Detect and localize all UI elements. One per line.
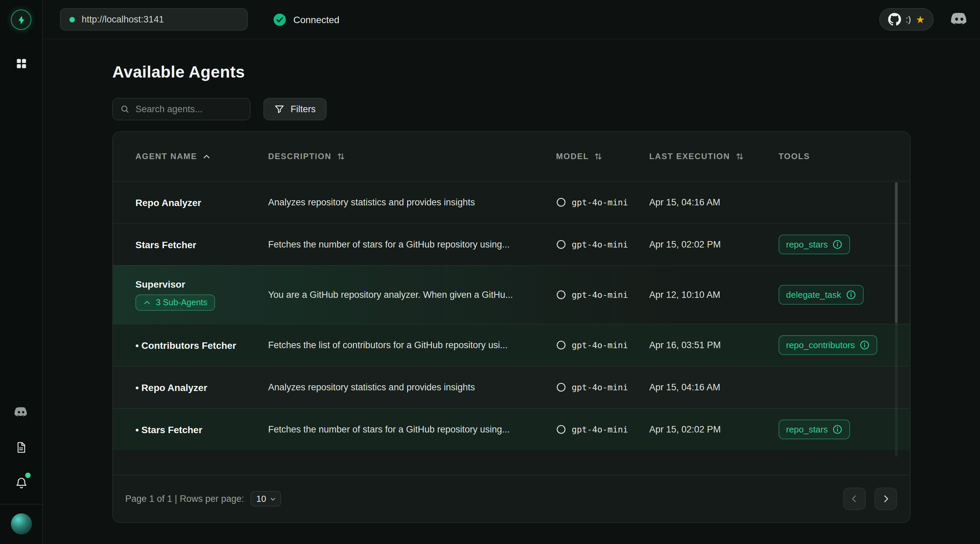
tool-badge[interactable]: delegate_task xyxy=(778,285,864,305)
sidebar xyxy=(0,0,43,544)
agent-description: Fetches the number of stars for a GitHub… xyxy=(268,424,556,435)
table-row[interactable]: Repo Analyzer Analyzes repository statis… xyxy=(113,181,910,223)
tools-cell: repo_stars xyxy=(778,420,894,439)
sub-agents-label: 3 Sub-Agents xyxy=(156,298,208,308)
sub-agents-toggle[interactable]: 3 Sub-Agents xyxy=(135,295,215,311)
agent-description: Fetches the list of contributors for a G… xyxy=(268,340,556,350)
sidebar-item-notifications[interactable] xyxy=(12,474,30,492)
pagination-summary-label: Page 1 of 1 | Rows per page: xyxy=(125,494,244,504)
column-label: LAST EXECUTION xyxy=(649,152,730,161)
info-icon xyxy=(833,239,843,249)
openai-icon xyxy=(556,340,566,350)
table-header: AGENT NAME DESCRIPTION MODEL LAST EXECUT… xyxy=(113,132,910,181)
sort-icon xyxy=(594,152,603,161)
openai-icon xyxy=(556,197,566,208)
agent-name: • Contributors Fetcher xyxy=(135,339,236,351)
discord-icon xyxy=(14,406,28,418)
pagination-summary: Page 1 of 1 | Rows per page: 10 xyxy=(125,491,281,507)
agent-name: • Repo Analyzer xyxy=(135,382,207,393)
tools-cell: delegate_task xyxy=(778,285,894,305)
topbar: http://localhost:3141 Connected :) ★ xyxy=(43,0,980,40)
agents-table: AGENT NAME DESCRIPTION MODEL LAST EXECUT… xyxy=(112,131,911,523)
model-name: gpt-4o-mini xyxy=(572,424,628,435)
scrollbar-thumb[interactable] xyxy=(895,182,898,323)
table-row[interactable]: • Contributors Fetcher Fetches the list … xyxy=(113,324,910,366)
file-icon xyxy=(15,441,27,454)
search-input[interactable] xyxy=(135,104,242,114)
last-execution: Apr 15, 02:02 PM xyxy=(649,424,778,435)
column-header-tools: TOOLS xyxy=(778,152,894,161)
column-header-agent-name[interactable]: AGENT NAME xyxy=(135,152,268,161)
model-cell: gpt-4o-mini xyxy=(556,290,649,300)
model-cell: gpt-4o-mini xyxy=(556,197,649,208)
filters-button-label: Filters xyxy=(291,104,316,114)
tool-name: repo_stars xyxy=(786,239,828,249)
chevron-left-icon xyxy=(850,494,859,504)
prev-page-button[interactable] xyxy=(843,488,865,510)
github-star-button[interactable]: :) ★ xyxy=(879,8,934,30)
model-name: gpt-4o-mini xyxy=(572,382,628,392)
openai-icon xyxy=(556,382,566,392)
table-row[interactable]: • Repo Analyzer Analyzes repository stat… xyxy=(113,366,910,408)
avatar[interactable] xyxy=(11,514,32,534)
agent-name-cell: • Repo Analyzer xyxy=(135,382,268,393)
model-cell: gpt-4o-mini xyxy=(556,239,649,249)
agent-description: Fetches the number of stars for a GitHub… xyxy=(268,239,556,249)
model-cell: gpt-4o-mini xyxy=(556,340,649,350)
sidebar-item-dashboard[interactable] xyxy=(12,54,30,72)
page-title: Available Agents xyxy=(112,63,980,82)
rows-per-page-select[interactable]: 10 xyxy=(250,491,281,507)
agent-name: Supervisor xyxy=(135,279,185,290)
sort-icon xyxy=(735,152,744,161)
main-area: http://localhost:3141 Connected :) ★ Ava… xyxy=(43,0,980,544)
sidebar-item-docs[interactable] xyxy=(12,439,30,456)
tool-badge[interactable]: repo_contributors xyxy=(778,335,877,355)
info-icon xyxy=(846,290,856,300)
column-header-description[interactable]: DESCRIPTION xyxy=(268,152,556,161)
pager xyxy=(843,488,897,510)
app-window: http://localhost:3141 Connected :) ★ Ava… xyxy=(0,0,980,544)
github-smile-label: :) xyxy=(906,14,911,24)
table-row[interactable]: • Stars Fetcher Fetches the number of st… xyxy=(113,408,910,450)
tool-badge[interactable]: repo_stars xyxy=(778,420,850,439)
agent-name: Repo Analyzer xyxy=(135,197,201,208)
search-box[interactable] xyxy=(112,98,250,121)
table-row[interactable]: Supervisor 3 Sub-Agents You are a GitHub… xyxy=(113,265,910,324)
discord-button[interactable] xyxy=(950,11,968,28)
app-logo[interactable] xyxy=(11,10,31,30)
agent-name-cell: • Contributors Fetcher xyxy=(135,339,268,351)
tool-name: repo_contributors xyxy=(786,340,855,350)
agent-name: • Stars Fetcher xyxy=(135,424,202,435)
agent-name-cell: Repo Analyzer xyxy=(135,197,268,208)
server-status-dot xyxy=(69,17,75,22)
agent-description: Analyzes repository statistics and provi… xyxy=(268,197,556,208)
model-cell: gpt-4o-mini xyxy=(556,424,649,435)
topbar-right: :) ★ xyxy=(879,8,968,30)
pagination-bar: Page 1 of 1 | Rows per page: 10 xyxy=(113,475,910,522)
column-header-model[interactable]: MODEL xyxy=(556,152,649,161)
table-row[interactable]: Stars Fetcher Fetches the number of star… xyxy=(113,223,910,265)
sidebar-item-discord[interactable] xyxy=(12,403,30,421)
avatar-section xyxy=(0,504,43,544)
next-page-button[interactable] xyxy=(875,488,897,510)
bell-icon xyxy=(14,476,27,489)
agent-name-cell: Supervisor 3 Sub-Agents xyxy=(135,279,268,311)
column-header-last-execution[interactable]: LAST EXECUTION xyxy=(649,152,778,161)
star-icon: ★ xyxy=(916,14,925,24)
model-name: gpt-4o-mini xyxy=(572,197,628,208)
info-icon xyxy=(833,424,843,435)
discord-icon xyxy=(950,12,967,27)
server-url-input[interactable]: http://localhost:3141 xyxy=(60,8,248,30)
chevron-up-icon xyxy=(143,298,151,307)
tool-name: repo_stars xyxy=(786,424,828,435)
tools-cell: repo_contributors xyxy=(778,335,894,355)
column-label: AGENT NAME xyxy=(135,152,197,161)
openai-icon xyxy=(556,424,566,435)
info-icon xyxy=(859,340,870,350)
filters-button[interactable]: Filters xyxy=(263,98,327,121)
column-label: TOOLS xyxy=(778,152,810,161)
server-url: http://localhost:3141 xyxy=(82,14,164,24)
column-label: MODEL xyxy=(556,152,589,161)
tool-badge[interactable]: repo_stars xyxy=(778,235,850,254)
connection-status-label: Connected xyxy=(293,14,339,25)
